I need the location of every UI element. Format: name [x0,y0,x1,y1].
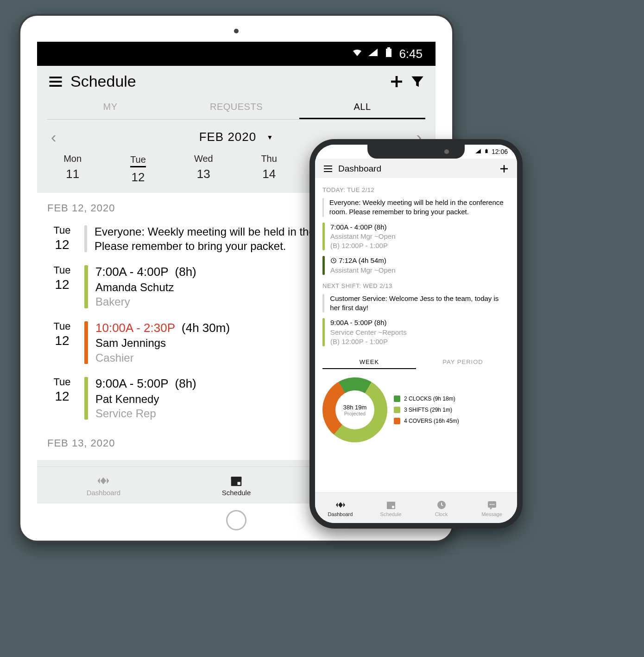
filter-icon[interactable] [410,74,425,89]
month-label: FEB 2020 [199,130,257,144]
legend-label: 2 CLOCKS (9h 18m) [404,395,455,402]
color-bar [322,294,324,313]
chart-tabs: WEEK PAY PERIOD [322,358,510,369]
legend-label: 3 SHIFTS (29h 1m) [404,407,452,413]
nav-message[interactable]: Message [467,493,517,523]
legend-item: 2 CLOCKS (9h 18m) [394,395,459,402]
dashboard-body[interactable]: TODAY: TUE 2/12Everyone: Weekly meeting … [315,178,517,492]
svg-rect-1 [387,47,390,49]
day-of-week-label: Tue [47,264,77,276]
nav-dashboard[interactable]: Dashboard [315,493,366,523]
shift-break: (B) 12:00P - 1:00P [330,241,395,250]
battery-icon [383,47,394,61]
shift-role: Service Center ~Reports [330,328,407,337]
svg-rect-10 [392,506,394,508]
add-button[interactable] [388,73,405,90]
dashboard-item[interactable]: Customer Service: Welcome Jess to the te… [322,292,510,317]
nav-clock[interactable]: Clock [416,493,467,523]
day-of-week-label: Wed [47,459,77,460]
battery-icon [484,148,489,156]
week-day[interactable]: Thu 14 [236,153,302,185]
chart-legend: 2 CLOCKS (9h 18m) 3 SHIFTS (29h 1m) 4 CO… [394,395,459,424]
signal-icon [367,47,379,61]
svg-point-14 [491,504,492,505]
svg-rect-6 [485,149,487,153]
legend-swatch [394,395,400,402]
day-number: 12 [47,277,77,292]
phone-device-frame: 12:06 Dashboard TODAY: TUE 2/12Everyone:… [309,139,523,529]
tab-requests[interactable]: REQUESTS [173,97,299,119]
day-of-week-label: Tue [47,376,77,388]
dashboard-item[interactable]: Everyone: Weekly meeting will be held in… [322,196,510,221]
day-number: 12 [47,237,77,252]
page-title: Dashboard [338,164,381,174]
svg-rect-7 [486,149,487,149]
tab-pay-period[interactable]: PAY PERIOD [416,358,510,369]
dropdown-triangle-icon: ▼ [267,134,274,141]
nav-schedule[interactable]: Schedule [366,493,416,523]
tablet-app-header: Schedule [37,66,436,93]
hamburger-menu-icon[interactable] [322,163,334,174]
nav-schedule-label: Schedule [222,489,251,497]
nav-dashboard[interactable]: Dashboard [37,467,170,504]
day-number: 12 [105,170,170,185]
shift-time: 7:12A (4h 54m) [330,256,395,265]
color-bar [322,198,324,217]
signal-icon [475,148,481,156]
color-bar [322,318,325,346]
shift-role: Assistant Mgr ~Open [330,232,395,241]
date-column: Tue 12 [47,264,77,292]
day-of-week-label: Tue [47,320,77,332]
prev-month-button[interactable]: ‹ [51,128,56,146]
shift-break: (B) 12:00P - 1:00P [330,337,407,346]
clock-icon [330,257,337,264]
tab-my[interactable]: MY [47,97,173,119]
legend-swatch [394,407,400,413]
tablet-home-button[interactable] [226,510,246,530]
date-column: Tue 12 [47,376,77,404]
svg-point-13 [489,504,491,505]
shift-time: 9:00A - 5:00P (8h) [330,318,407,327]
color-bar [84,265,88,308]
dashboard-item[interactable]: 7:00A - 4:00P (8h) Assistant Mgr ~Open (… [322,221,510,255]
svg-rect-4 [238,482,240,485]
status-time: 12:06 [492,148,508,155]
hamburger-menu-icon[interactable] [47,73,64,90]
day-of-week-label: Wed [171,153,236,164]
tab-week[interactable]: WEEK [322,358,416,369]
day-of-week-label: Tue [47,224,77,236]
donut-center-sub: Projected [344,411,366,416]
date-column: Wed 13 [47,459,77,460]
phone-app-header: Dashboard [315,159,517,178]
week-day[interactable]: Mon 11 [40,153,105,185]
nav-schedule-label: Schedule [380,511,402,517]
week-day[interactable]: Wed 13 [171,153,236,185]
day-number: 11 [40,167,105,181]
tablet-status-bar: 6:45 [37,42,436,66]
day-number: 12 [47,389,77,404]
shift-time: 7:00A - 4:00P (8h) [330,223,395,232]
donut-chart: 38h 19m Projected [322,377,387,442]
svg-rect-0 [386,49,391,57]
nav-clock-label: Clock [435,511,448,517]
announcement-text: Everyone: Weekly meeting will be held in… [329,198,510,217]
tablet-camera [234,29,239,33]
wifi-icon [352,47,363,61]
nav-dashboard-label: Dashboard [328,511,353,517]
donut-center-value: 38h 19m [343,404,367,411]
announcement-text: Customer Service: Welcome Jess to the te… [330,294,510,313]
day-number: 14 [236,167,302,181]
shift-role: Assistant Mgr ~Open [330,266,395,275]
page-title: Schedule [70,72,136,90]
nav-message-label: Message [481,511,502,517]
tab-all[interactable]: ALL [299,97,425,119]
legend-item: 3 SHIFTS (29h 1m) [394,407,459,413]
nav-schedule[interactable]: Schedule [170,467,303,504]
phone-screen: 12:06 Dashboard TODAY: TUE 2/12Everyone:… [315,145,517,523]
phone-bottom-nav: Dashboard Schedule Clock Message [315,492,517,523]
add-button[interactable] [499,163,510,174]
dashboard-item[interactable]: 7:12A (4h 54m) Assistant Mgr ~Open [322,254,510,279]
day-of-week-label: Tue [130,154,146,167]
dashboard-item[interactable]: 9:00A - 5:00P (8h) Service Center ~Repor… [322,316,510,350]
week-day[interactable]: Tue 12 [105,153,170,185]
